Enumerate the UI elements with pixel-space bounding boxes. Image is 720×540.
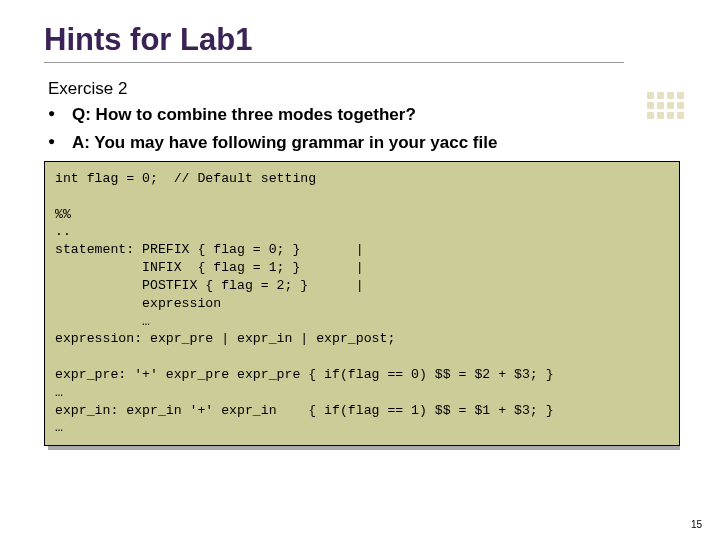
- code-block: int flag = 0; // Default setting %% .. s…: [44, 161, 680, 446]
- title-rule: [44, 62, 624, 63]
- bullet-answer: A: You may have following grammar in you…: [48, 133, 676, 153]
- exercise-label: Exercise 2: [48, 79, 676, 99]
- slide-content: Hints for Lab1 Exercise 2 Q: How to comb…: [0, 0, 720, 446]
- bullet-question: Q: How to combine three modes together?: [48, 105, 676, 125]
- bullet-list: Q: How to combine three modes together? …: [48, 105, 676, 153]
- slide-title: Hints for Lab1: [44, 22, 676, 58]
- page-number: 15: [691, 519, 702, 530]
- code-block-wrapper: int flag = 0; // Default setting %% .. s…: [44, 161, 676, 446]
